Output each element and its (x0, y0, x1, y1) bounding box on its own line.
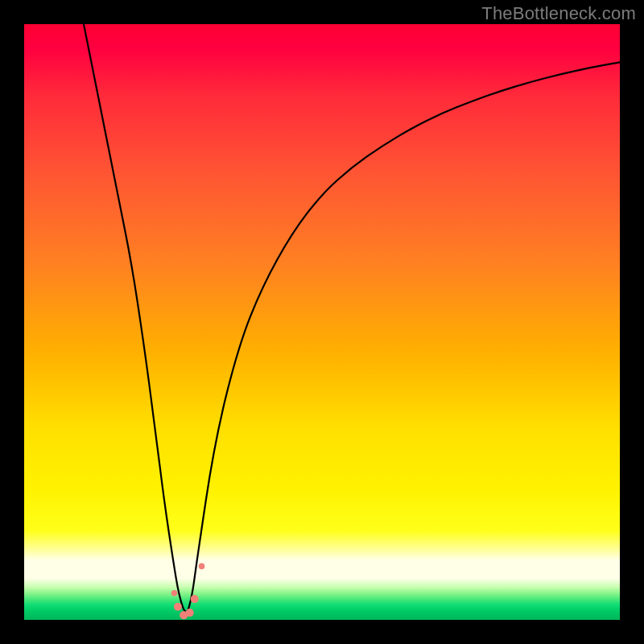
background-gradient (24, 24, 620, 620)
watermark-text: TheBottleneck.com (481, 3, 636, 24)
chart-frame: TheBottleneck.com (0, 0, 644, 644)
plot-area (24, 24, 620, 620)
